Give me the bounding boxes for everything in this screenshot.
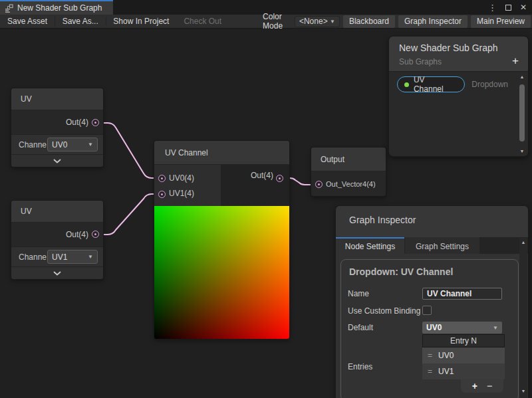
drag-handle-icon[interactable]: = xyxy=(428,367,432,376)
collapse-chevron-icon xyxy=(53,159,61,163)
default-label: Default xyxy=(348,322,422,334)
blackboard-item-row: UV Channel Dropdown xyxy=(397,76,508,92)
blackboard-toggle-button[interactable]: Blackboard xyxy=(343,15,395,28)
blackboard-title: New Shader Sub Graph xyxy=(399,43,528,53)
uvchannel-out-port[interactable] xyxy=(276,175,283,182)
uv-gradient-preview xyxy=(154,206,289,339)
inspector-title: Graph Inspector xyxy=(349,215,528,225)
graph-inspector-panel: Graph Inspector Node Settings Graph Sett… xyxy=(336,206,528,398)
port-label-uv1: UV1(4) xyxy=(169,189,221,198)
channel-label: Channe xyxy=(19,140,47,149)
chevron-down-icon: ▼ xyxy=(493,325,498,331)
blackboard-scrollbar[interactable]: ▲ ▼ xyxy=(518,74,526,153)
use-custom-binding-checkbox[interactable] xyxy=(422,306,432,315)
tab-title: New Shader Sub Graph xyxy=(17,3,102,13)
inspector-scrollbar[interactable]: ▲ ▼ xyxy=(519,238,527,398)
port-label-out: Out(4) xyxy=(251,171,273,206)
use-custom-binding-label: Use Custom Binding xyxy=(348,304,422,317)
shader-graph-window: New Shader Sub Graph ⋮ ✕ Save Asset Save… xyxy=(0,0,532,398)
remove-entry-button[interactable]: − xyxy=(487,381,492,391)
uvchannel-in-uv1-port[interactable] xyxy=(158,191,166,198)
node-title: Output xyxy=(311,148,386,171)
maximize-icon[interactable] xyxy=(505,5,511,11)
node-collapse-button[interactable] xyxy=(11,266,103,279)
blackboard-body: UV Channel Dropdown ▲ ▼ xyxy=(389,71,528,156)
entry-row-uv1[interactable]: = UV1 xyxy=(422,363,505,379)
entries-list: Entry N = UV0 = UV1 + − xyxy=(422,334,505,393)
name-label: Name xyxy=(348,288,422,300)
scroll-up-icon[interactable]: ▲ xyxy=(519,240,527,245)
add-property-button[interactable]: + xyxy=(512,55,519,66)
tab-node-settings[interactable]: Node Settings xyxy=(336,237,404,254)
scrollbar-thumb[interactable] xyxy=(519,84,525,142)
uv1-out-port[interactable] xyxy=(92,119,99,126)
channel-dropdown[interactable]: UV0 ▼ xyxy=(47,138,98,151)
entries-label: Entries xyxy=(348,334,422,393)
save-as-button[interactable]: Save As... xyxy=(55,15,106,28)
scroll-down-icon[interactable]: ▼ xyxy=(518,149,526,153)
show-in-project-button[interactable]: Show In Project xyxy=(106,15,176,28)
default-dropdown[interactable]: UV0 ▼ xyxy=(422,322,502,334)
node-title: UV Channel xyxy=(154,141,289,165)
entries-header: Entry N xyxy=(422,334,505,348)
tab-graph-settings[interactable]: Graph Settings xyxy=(405,237,479,254)
exposed-dot-icon xyxy=(404,82,409,87)
port-label-out-vector4: Out_Vector4(4) xyxy=(326,180,376,188)
uv-node-1[interactable]: UV Out(4) Channe UV0 ▼ xyxy=(11,88,103,167)
output-node[interactable]: Output Out_Vector4(4) xyxy=(311,148,386,196)
name-input[interactable]: UV Channel xyxy=(422,288,502,300)
port-label-out: Out(4) xyxy=(66,118,88,127)
property-type: Dropdown xyxy=(471,80,508,89)
dropdown-settings-box: Dropdown: UV Channel Name UV Channel Use… xyxy=(340,259,519,398)
default-value: UV0 xyxy=(426,323,442,332)
blackboard-panel: New Shader Sub Graph Sub Graphs + UV Cha… xyxy=(389,37,528,156)
chevron-down-icon: ▼ xyxy=(330,19,335,25)
close-icon[interactable]: ✕ xyxy=(520,3,527,11)
section-title: Dropdown: UV Channel xyxy=(349,266,511,277)
entries-footer: + − xyxy=(461,379,503,393)
graph-document-tab[interactable]: New Shader Sub Graph xyxy=(0,0,113,15)
uvchannel-in-uv0-port[interactable] xyxy=(158,175,166,182)
node-collapse-button[interactable] xyxy=(11,154,103,167)
entry-value: UV1 xyxy=(438,367,454,376)
chevron-down-icon: ▼ xyxy=(88,142,93,148)
blackboard-header[interactable]: New Shader Sub Graph Sub Graphs + xyxy=(389,37,528,71)
check-out-button: Check Out xyxy=(176,15,229,28)
uv-node-2[interactable]: UV Out(4) Channe UV1 ▼ xyxy=(11,201,103,279)
add-entry-button[interactable]: + xyxy=(472,381,477,391)
channel-label: Channe xyxy=(19,252,47,262)
entry-row-uv0[interactable]: = UV0 xyxy=(422,348,505,363)
chevron-down-icon: ▼ xyxy=(88,254,93,260)
channel-value: UV1 xyxy=(52,252,67,262)
scroll-down-icon[interactable]: ▼ xyxy=(519,389,527,393)
subgraph-icon xyxy=(5,4,13,13)
main-preview-toggle-button[interactable]: Main Preview xyxy=(471,15,531,28)
inspector-header[interactable]: Graph Inspector xyxy=(336,206,528,237)
property-name: UV Channel xyxy=(414,75,456,94)
entry-value: UV0 xyxy=(438,351,454,360)
graph-toolbar: Save Asset Save As... Show In Project Ch… xyxy=(0,15,532,29)
uv-channel-node[interactable]: UV Channel UV0(4) UV1(4) Out(4) xyxy=(154,141,289,339)
color-mode-dropdown[interactable]: <None> ▼ xyxy=(295,16,340,27)
port-label-out: Out(4) xyxy=(66,230,88,239)
color-mode-label: Color Mode xyxy=(255,12,295,31)
save-asset-button[interactable]: Save Asset xyxy=(0,15,55,28)
node-title: UV xyxy=(11,201,103,223)
property-pill-uv-channel[interactable]: UV Channel xyxy=(397,76,465,92)
color-mode-value: <None> xyxy=(299,17,328,26)
uv2-out-port[interactable] xyxy=(92,231,99,238)
graph-inspector-toggle-button[interactable]: Graph Inspector xyxy=(398,15,467,28)
port-label-uv0: UV0(4) xyxy=(169,173,221,183)
window-controls: ⋮ ✕ xyxy=(488,0,527,15)
inspector-content: Dropdown: UV Channel Name UV Channel Use… xyxy=(336,254,528,398)
output-in-port[interactable] xyxy=(315,181,323,188)
blackboard-subtitle: Sub Graphs xyxy=(399,57,528,66)
inspector-tabs: Node Settings Graph Settings xyxy=(336,237,528,254)
channel-value: UV0 xyxy=(52,140,67,149)
channel-dropdown[interactable]: UV1 ▼ xyxy=(47,250,98,264)
drag-handle-icon[interactable]: = xyxy=(428,351,432,360)
window-menu-icon[interactable]: ⋮ xyxy=(488,3,497,12)
scroll-up-icon[interactable]: ▲ xyxy=(518,74,526,79)
collapse-chevron-icon xyxy=(53,271,61,276)
node-title: UV xyxy=(11,88,103,110)
